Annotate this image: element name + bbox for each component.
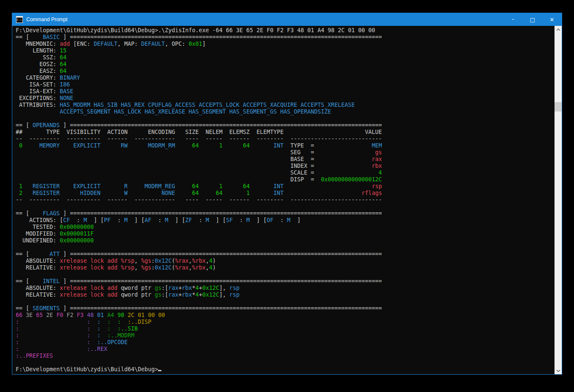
minimize-button[interactable]: – (503, 13, 523, 26)
maximize-button[interactable]: □ (523, 13, 542, 26)
terminal-body: F:\Development\GitHub\zydis\Build64\Debu… (12, 26, 562, 374)
command-prompt-window: C:\ Command Prompt – □ ✕ F:\Development\… (12, 13, 562, 375)
window-title: Command Prompt (26, 17, 503, 22)
cmd-icon[interactable]: C:\ (16, 16, 23, 23)
close-button[interactable]: ✕ (542, 13, 562, 26)
scrollbar[interactable] (555, 26, 562, 374)
scroll-down-icon[interactable] (555, 367, 562, 374)
scroll-up-icon[interactable] (555, 26, 562, 33)
titlebar: C:\ Command Prompt – □ ✕ (12, 13, 562, 26)
terminal-output[interactable]: F:\Development\GitHub\zydis\Build64\Debu… (12, 26, 562, 373)
svg-text:C:\: C:\ (17, 18, 22, 22)
scroll-thumb[interactable] (555, 102, 562, 111)
